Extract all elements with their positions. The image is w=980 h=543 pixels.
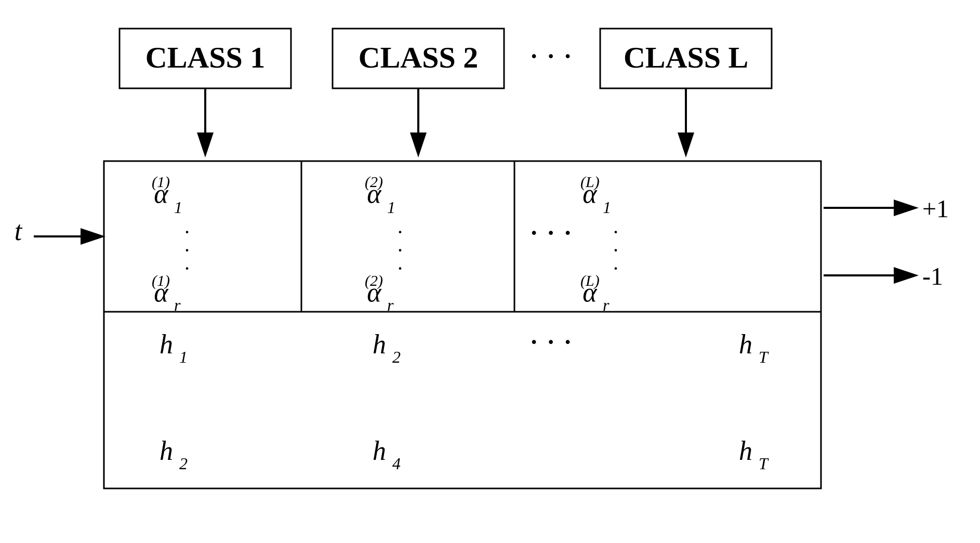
hT-label-bot: h bbox=[739, 436, 752, 466]
alpha1-sub-class2: 1 bbox=[387, 198, 395, 217]
dots3-classL: · bbox=[613, 257, 618, 280]
alpha1-sup-class2: (2) bbox=[365, 173, 383, 191]
classL-label: CLASS L bbox=[624, 41, 748, 74]
alpha1-sup-classL: (L) bbox=[580, 173, 600, 191]
alphar-sup-class1: (1) bbox=[152, 272, 170, 289]
hT-label-top: h bbox=[739, 329, 752, 359]
output-minus-label: -1 bbox=[922, 262, 943, 290]
svg-rect-9 bbox=[104, 161, 821, 488]
class2-label: CLASS 2 bbox=[359, 41, 478, 74]
h2-subscript-top: 2 bbox=[392, 348, 401, 366]
output-plus-label: +1 bbox=[922, 195, 949, 222]
h4-subscript-bot: 4 bbox=[392, 454, 401, 473]
alpha1-sub-class1: 1 bbox=[174, 198, 182, 217]
h-ellipsis: · · · bbox=[529, 323, 572, 361]
dots3-class1: · bbox=[184, 257, 190, 280]
top-ellipsis: · · · bbox=[529, 37, 572, 75]
hT-subscript-bot: T bbox=[759, 454, 769, 473]
h1-label: h bbox=[160, 329, 173, 359]
h4-label-bot: h bbox=[373, 436, 386, 466]
alphar-sup-classL: (L) bbox=[580, 272, 600, 289]
alpha1-sub-classL: 1 bbox=[603, 198, 611, 217]
h2-label-bot: h bbox=[160, 436, 173, 466]
class1-label: CLASS 1 bbox=[145, 41, 265, 74]
h1-subscript: 1 bbox=[179, 348, 188, 366]
alphar-sup-class2: (2) bbox=[365, 272, 383, 289]
middle-ellipsis: · · · bbox=[529, 214, 572, 251]
hT-subscript-top: T bbox=[759, 348, 769, 366]
alphar-sub-class2: r bbox=[387, 296, 394, 314]
alpha1-sup-class1: (1) bbox=[152, 173, 170, 191]
diagram-container: CLASS 1 CLASS 2 · · · CLASS L α 1 (1) · … bbox=[0, 0, 980, 543]
h2-label-top: h bbox=[373, 329, 386, 359]
h2-subscript-bot: 2 bbox=[179, 454, 188, 473]
dots3-class2: · bbox=[398, 257, 403, 280]
alphar-sub-classL: r bbox=[603, 296, 610, 314]
t-input-label: t bbox=[15, 216, 23, 246]
alphar-sub-class1: r bbox=[174, 296, 181, 314]
